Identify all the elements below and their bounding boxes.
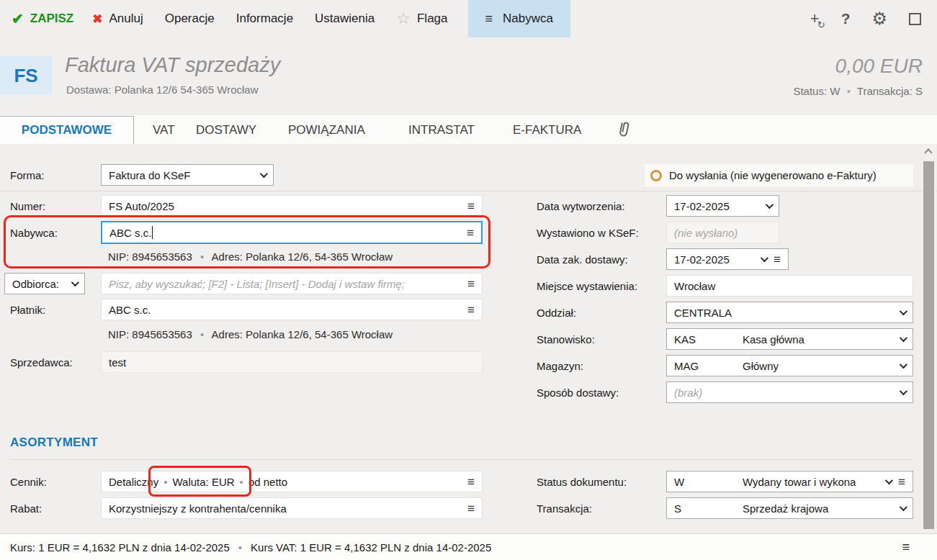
- scroll-up-icon[interactable]: [924, 148, 932, 156]
- wystawiono-ksef-label: Wystawiono w KSeF:: [537, 227, 639, 239]
- tab-vat[interactable]: VAT: [153, 116, 175, 144]
- chevron-down-icon: [900, 503, 907, 511]
- kurs-text: Kurs: 1 EUR = 4,1632 PLN z dnia 14-02-20…: [10, 541, 230, 554]
- paperclip-icon[interactable]: [616, 120, 632, 142]
- document-header: FS Faktura VAT sprzedaży Dostawa: Polank…: [0, 37, 937, 115]
- numer-label: Numer:: [10, 200, 45, 212]
- transaction-value: S: [915, 85, 923, 97]
- odbiorca-label-select[interactable]: Odbiorca:: [4, 273, 85, 294]
- odbiorca-placeholder: Pisz, aby wyszukać; [F2] - Lista; [Inser…: [109, 278, 405, 290]
- chevron-down-icon: [900, 387, 907, 395]
- kurs-vat-text: Kurs VAT: 1 EUR = 4,1632 PLN z dnia 14-0…: [251, 541, 491, 554]
- hamburger-icon: ≡: [485, 12, 493, 25]
- menu-settings[interactable]: Ustawienia: [315, 0, 375, 37]
- chevron-down-icon: [761, 254, 768, 262]
- dot-separator: •: [238, 541, 242, 554]
- chevron-down-icon: [885, 477, 893, 484]
- platnik-details: NIP: 8945653563 • Adres: Polanka 12/6, 5…: [108, 328, 393, 340]
- transakcja-code: S: [674, 502, 743, 515]
- rabat-value: Korzystniejszy z kontrahenta/cennika: [109, 502, 287, 515]
- hamburger-icon[interactable]: ≡: [467, 278, 475, 290]
- refresh-sub-icon: ↻: [817, 20, 825, 30]
- document-amount: 0,00 EUR: [835, 55, 923, 78]
- dot-separator: •: [240, 476, 243, 488]
- rabat-input[interactable]: Korzystniejszy z kontrahenta/cennika ≡: [101, 497, 483, 519]
- scrollbar-thumb[interactable]: [923, 161, 934, 529]
- sposob-dostawy-value: (brak): [674, 387, 702, 399]
- gear-icon[interactable]: ⚙: [871, 10, 887, 27]
- pending-circle-icon: [650, 170, 662, 181]
- maximize-icon[interactable]: [909, 13, 921, 25]
- nabywca-input[interactable]: ABC s.c. ≡: [101, 221, 483, 244]
- transaction-label: Transakcja:: [857, 85, 913, 97]
- hamburger-icon[interactable]: ≡: [902, 541, 910, 554]
- tab-intrastat[interactable]: INTRASTAT: [408, 116, 475, 144]
- wystawiono-ksef-field: (nie wysłano): [666, 222, 779, 243]
- hamburger-icon[interactable]: ≡: [467, 227, 474, 239]
- cancel-button[interactable]: ✖ Anuluj: [92, 0, 143, 37]
- stanowisko-label: Stanowisko:: [537, 333, 595, 346]
- hamburger-icon[interactable]: ≡: [774, 253, 781, 266]
- chevron-down-icon: [900, 307, 907, 315]
- tab-efaktura[interactable]: E-FAKTURA: [513, 116, 581, 144]
- buyer-menu-button[interactable]: ≡ Nabywca: [468, 0, 570, 37]
- cennik-part1: Detaliczny: [109, 476, 158, 488]
- magazyn-label: Magazyn:: [537, 360, 583, 372]
- chevron-down-icon: [900, 361, 907, 369]
- status-dokumentu-value: Wydany towar i wykona: [743, 476, 856, 488]
- tab-podstawowe[interactable]: PODSTAWOWE: [0, 116, 134, 144]
- tab-powiazania[interactable]: POWIĄZANIA: [288, 116, 365, 144]
- ksef-status-text: Do wysłania (nie wygenerowano e-Faktury): [669, 169, 877, 181]
- data-wytworzenia-select[interactable]: 17-02-2025: [666, 195, 779, 217]
- save-button[interactable]: ✔ ZAPISZ: [12, 0, 73, 37]
- data-zak-dostawy-select[interactable]: 17-02-2025 ≡: [666, 248, 789, 270]
- oddzial-select[interactable]: CENTRALA: [666, 302, 913, 323]
- stanowisko-select[interactable]: KAS Kasa główna: [666, 328, 913, 350]
- flag-button[interactable]: ☆ Flaga: [396, 0, 447, 37]
- menu-operations[interactable]: Operacje: [165, 0, 215, 37]
- cennik-input[interactable]: Detaliczny • Waluta: EUR • od netto ≡: [101, 471, 483, 492]
- cennik-label: Cennik:: [10, 476, 47, 488]
- nip-label: NIP:: [108, 250, 129, 263]
- star-icon: ☆: [396, 11, 411, 27]
- transakcja-select[interactable]: S Sprzedaż krajowa: [666, 497, 913, 519]
- document-title: Faktura VAT sprzedaży: [65, 53, 280, 77]
- hamburger-icon[interactable]: ≡: [898, 476, 905, 488]
- chevron-down-icon: [766, 201, 774, 209]
- sposob-dostawy-label: Sposób dostawy:: [537, 387, 619, 399]
- section-divider: [0, 191, 937, 191]
- dot-separator: •: [163, 476, 167, 488]
- adres-value: Polanka 12/6, 54-365 Wrocław: [246, 328, 393, 340]
- sposob-dostawy-select[interactable]: (brak): [666, 381, 913, 403]
- forma-select[interactable]: Faktura do KSeF: [101, 164, 274, 186]
- transakcja-value: Sprzedaż krajowa: [743, 502, 828, 515]
- sprzedawca-label: Sprzedawca:: [10, 356, 73, 369]
- magazyn-select[interactable]: MAG Główny: [666, 355, 913, 376]
- sprzedawca-input[interactable]: test: [101, 351, 483, 373]
- transakcja-label: Transakcja:: [537, 502, 592, 515]
- status-value: W: [830, 85, 840, 97]
- status-dokumentu-code: W: [674, 476, 743, 488]
- help-icon[interactable]: ?: [841, 10, 851, 27]
- vertical-scrollbar[interactable]: [922, 144, 936, 533]
- platnik-input[interactable]: ABC s.c. ≡: [101, 299, 483, 320]
- checkmark-icon: ✔: [12, 10, 24, 27]
- platnik-value: ABC s.c.: [109, 304, 151, 316]
- hamburger-icon[interactable]: ≡: [467, 304, 475, 316]
- miejsce-wystawienia-input[interactable]: Wrocław: [666, 275, 913, 297]
- add-window-icon[interactable]: +↻: [810, 11, 820, 27]
- platnik-label: Płatnik:: [10, 304, 45, 316]
- tab-dostawy[interactable]: DOSTAWY: [196, 116, 256, 144]
- delivery-address: Dostawa: Polanka 12/6 54-365 Wrocław: [66, 83, 259, 96]
- hamburger-icon[interactable]: ≡: [467, 476, 475, 488]
- hamburger-icon[interactable]: ≡: [467, 502, 475, 515]
- numer-input[interactable]: FS Auto/2025 ≡: [101, 195, 483, 217]
- rabat-label: Rabat:: [10, 502, 42, 515]
- status-dokumentu-select[interactable]: W Wydany towar i wykona ≡: [666, 471, 913, 492]
- odbiorca-input[interactable]: Pisz, aby wyszukać; [F2] - Lista; [Inser…: [101, 273, 483, 294]
- data-zak-dostawy-label: Data zak. dostawy:: [537, 253, 628, 266]
- menu-information[interactable]: Informacje: [236, 0, 293, 37]
- ksef-status-badge: Do wysłania (nie wygenerowano e-Faktury): [645, 164, 913, 186]
- hamburger-icon[interactable]: ≡: [467, 200, 475, 212]
- forma-label: Forma:: [10, 169, 45, 181]
